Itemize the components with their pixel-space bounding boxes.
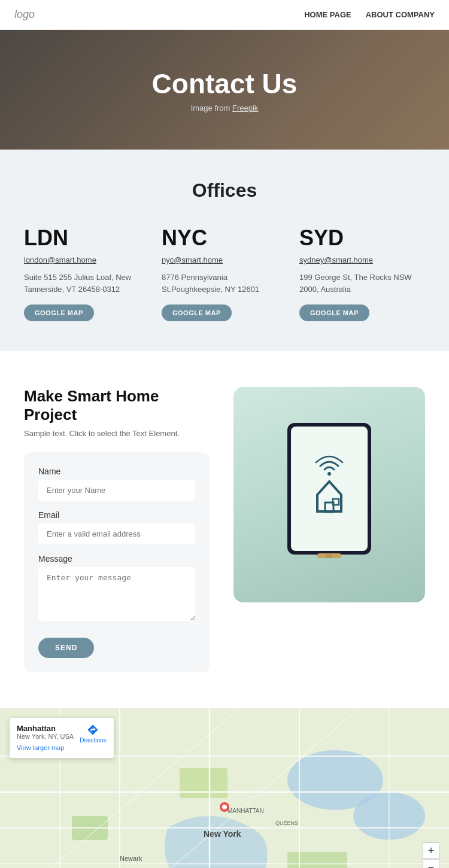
send-button[interactable]: SEND — [38, 638, 94, 658]
office-card-ldn: LDN london@smart.home Suite 515 255 Juli… — [24, 226, 150, 321]
smart-home-illustration — [269, 417, 389, 572]
svg-rect-12 — [287, 852, 347, 868]
google-map-btn-ldn[interactable]: GOOGLE MAP — [24, 304, 94, 321]
view-larger-map-link[interactable]: View larger map — [17, 744, 64, 751]
office-email-nyc[interactable]: nyc@smart.home — [162, 255, 287, 264]
office-email-ldn[interactable]: london@smart.home — [24, 255, 150, 264]
svg-text:Newark: Newark — [120, 855, 142, 862]
freepik-link[interactable]: Freepik — [232, 103, 258, 112]
office-card-nyc: NYC nyc@smart.home 8776 Pennsylvania St.… — [162, 226, 287, 321]
form-section: Make Smart Home Project Sample text. Cli… — [0, 351, 449, 708]
svg-rect-11 — [180, 768, 227, 798]
name-group: Name — [38, 467, 195, 501]
logo: logo — [14, 8, 35, 21]
map-info-box: Manhattan New York, NY, USA View larger … — [10, 718, 114, 758]
svg-point-30 — [222, 805, 227, 809]
svg-text:QUEENS: QUEENS — [275, 820, 298, 826]
nav-link-about[interactable]: ABOUT COMPANY — [366, 10, 435, 19]
offices-section: Offices LDN london@smart.home Suite 515 … — [0, 150, 449, 351]
form-card: Name Email Message SEND — [24, 452, 210, 672]
form-left: Make Smart Home Project Sample text. Cli… — [24, 387, 210, 672]
form-heading: Make Smart Home Project — [24, 387, 210, 424]
svg-text:New York: New York — [204, 829, 241, 839]
name-label: Name — [38, 467, 195, 476]
office-email-syd[interactable]: sydney@smart.home — [299, 255, 425, 264]
name-input[interactable] — [38, 480, 195, 501]
map-section: New York Newark MANHATTAN QUEENS BROOKLY… — [0, 708, 449, 868]
office-city-ldn: LDN — [24, 226, 150, 251]
zoom-in-button[interactable]: + — [423, 842, 439, 859]
directions-icon — [87, 724, 99, 736]
email-label: Email — [38, 510, 195, 520]
offices-grid: LDN london@smart.home Suite 515 255 Juli… — [24, 226, 425, 321]
office-address-ldn: Suite 515 255 Julius Loaf, New Tannersid… — [24, 272, 150, 295]
message-group: Message — [38, 554, 195, 623]
office-address-syd: 199 George St, The Rocks NSW 2000, Austr… — [299, 272, 425, 295]
nav-link-home[interactable]: HOME PAGE — [304, 10, 351, 19]
svg-text:MANHATTAN: MANHATTAN — [227, 808, 264, 814]
directions-button[interactable]: Directions — [80, 724, 106, 744]
navigation: logo HOME PAGE ABOUT COMPANY — [0, 0, 449, 30]
message-label: Message — [38, 554, 195, 564]
svg-rect-1 — [291, 427, 368, 551]
form-sub-text: Sample text. Click to select the Text El… — [24, 429, 210, 438]
email-group: Email — [38, 510, 195, 544]
map-location-title: Manhattan — [17, 724, 74, 733]
zoom-out-button[interactable]: − — [423, 859, 439, 868]
hero-section: Contact Us Image from Freepik — [0, 30, 449, 150]
hero-content: Contact Us Image from Freepik — [152, 68, 298, 112]
form-image — [233, 387, 425, 602]
office-address-nyc: 8776 Pennsylvania St.Poughkeepsie, NY 12… — [162, 272, 287, 295]
hero-sub: Image from Freepik — [152, 103, 298, 112]
offices-heading: Offices — [24, 179, 425, 202]
google-map-btn-nyc[interactable]: GOOGLE MAP — [162, 304, 232, 321]
office-city-nyc: NYC — [162, 226, 287, 251]
office-city-syd: SYD — [299, 226, 425, 251]
office-card-syd: SYD sydney@smart.home 199 George St, The… — [299, 226, 425, 321]
svg-rect-6 — [326, 555, 332, 558]
nav-links: HOME PAGE ABOUT COMPANY — [304, 10, 435, 19]
message-textarea[interactable] — [38, 567, 195, 621]
map-location-sub: New York, NY, USA — [17, 733, 74, 740]
hero-title: Contact Us — [152, 68, 298, 100]
map-zoom-controls: + − — [423, 842, 439, 868]
svg-point-3 — [327, 472, 331, 476]
email-input[interactable] — [38, 523, 195, 544]
google-map-btn-syd[interactable]: GOOGLE MAP — [299, 304, 369, 321]
